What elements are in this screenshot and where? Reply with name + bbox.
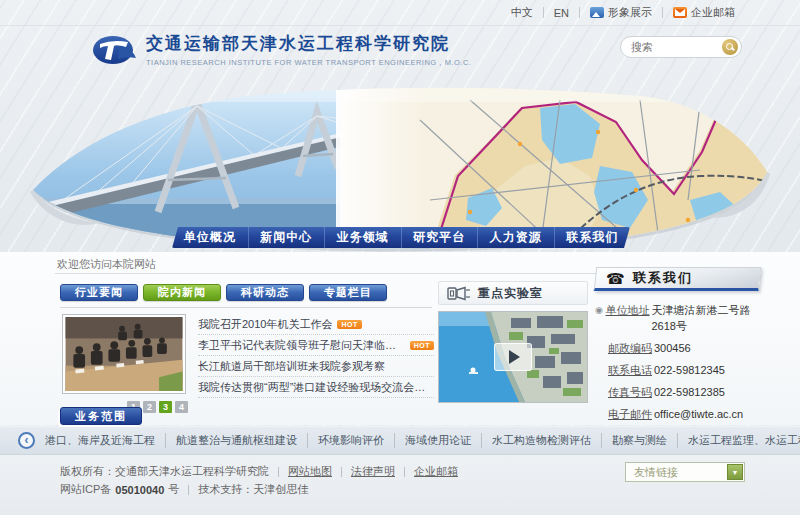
enterprise-mail-label: 企业邮箱 [691, 5, 735, 20]
contact-label: 联系电话 [608, 363, 652, 379]
tab-research-news[interactable]: 科研动态 [226, 284, 304, 301]
business-item[interactable]: 水运工程监理、水运工程环境保护监理 [677, 433, 800, 448]
page-4-button[interactable]: 4 [175, 401, 188, 413]
page-footer: 版权所有：交通部天津水运工程科学研究院 网站地图 法律声明 企业邮箱 网站ICP… [0, 455, 800, 515]
key-lab-title: 重点实验室 [478, 285, 543, 302]
icp-number: 05010040 [115, 484, 164, 496]
business-item[interactable]: 海域使用论证 [394, 433, 481, 448]
divider [341, 467, 342, 477]
tab-industry-news[interactable]: 行业要闻 [60, 284, 138, 301]
utility-bar: 中文 EN 形象展示 企业邮箱 [0, 0, 800, 26]
contact-row-phone: 联系电话022-59812345 [595, 363, 760, 379]
search-icon[interactable] [722, 39, 738, 55]
contact-label: 电子邮件 [608, 407, 652, 423]
contact-panel: ☎ 联系我们 ◉ 单位地址天津塘沽新港二号路2618号 邮政编码300456 联… [595, 267, 760, 429]
photo-icon [590, 7, 604, 18]
footer-line-2: 网站ICP备 05010040 号 技术支持：天津创思佳 [60, 482, 308, 497]
image-show-label: 形象展示 [608, 5, 652, 20]
business-item[interactable]: 航道整治与通航枢纽建设 [165, 433, 307, 448]
icp-prefix: 网站ICP备 [60, 482, 111, 497]
mailbox-link[interactable]: 企业邮箱 [414, 464, 458, 479]
lang-en-link[interactable]: EN [544, 7, 579, 19]
play-button[interactable] [494, 343, 532, 371]
key-lab-section: 重点实验室 [438, 281, 588, 403]
footer-line-1: 版权所有：交通部天津水运工程科学研究院 网站地图 法律声明 企业邮箱 [60, 464, 458, 479]
business-item[interactable]: 勘察与测绘 [601, 433, 677, 448]
news-item: 长江航道局干部培训班来我院参观考察 [198, 356, 434, 377]
nav-item-business[interactable]: 业务领域 [324, 227, 401, 248]
nav-item-about[interactable]: 单位概况 [172, 227, 248, 248]
news-carousel: 1 2 3 4 [62, 314, 188, 413]
business-item[interactable]: 环境影响评价 [307, 433, 394, 448]
divider [278, 467, 279, 477]
legal-link[interactable]: 法律声明 [351, 464, 395, 479]
scroll-left-icon[interactable]: ‹ [18, 432, 35, 449]
site-header: 交通运输部天津水运工程科学研究院 TIANJIN RESEARCH INSTIT… [0, 26, 800, 80]
video-camera-icon [447, 286, 471, 301]
sitemap-link[interactable]: 网站地图 [288, 464, 332, 479]
business-items: 港口、海岸及近海工程 航道整治与通航枢纽建设 环境影响评价 海域使用论证 水工构… [35, 433, 800, 448]
tab-label: 院内新闻 [158, 285, 206, 300]
friend-links-select[interactable]: 友情链接 ▼ [625, 462, 745, 482]
news-item: 李卫平书记代表院领导班子慰问天津临港工业区工地员工 HOT [198, 335, 434, 356]
business-item[interactable]: 港口、海岸及近海工程 [35, 433, 165, 448]
spacer [595, 363, 608, 379]
tab-institute-news[interactable]: 院内新闻 [143, 284, 221, 301]
contact-label: 传真号码 [608, 385, 652, 401]
contact-label: 单位地址 [605, 303, 649, 335]
nav-label: 联系我们 [566, 229, 618, 246]
hot-badge: HOT [410, 341, 434, 350]
search-box [620, 36, 742, 58]
contact-value: 022-59812385 [654, 385, 725, 401]
divider [188, 485, 189, 495]
news-link[interactable]: 我院传达贯彻“两型”港口建设经验现场交流会议精神 [198, 380, 434, 395]
mail-icon [673, 7, 687, 18]
chevron-down-icon[interactable]: ▼ [727, 464, 743, 480]
contact-value: 022-59812345 [654, 363, 725, 379]
nav-item-research[interactable]: 研究平台 [401, 227, 478, 248]
spacer [595, 385, 608, 401]
news-tabs: 行业要闻 院内新闻 科研动态 专题栏目 [60, 284, 387, 301]
hot-badge: HOT [337, 320, 361, 329]
friend-links-label: 友情链接 [626, 465, 727, 480]
radio-bullet-icon: ◉ [595, 303, 605, 335]
business-item[interactable]: 水工构造物检测评估 [481, 433, 601, 448]
contact-row-email: 电子邮件office@tiwte.ac.cn [595, 407, 760, 423]
page-number: 2 [147, 402, 152, 412]
lang-zh-link[interactable]: 中文 [501, 5, 543, 20]
nav-label: 业务领域 [337, 229, 389, 246]
business-scope-button[interactable]: 业务范围 [60, 407, 142, 425]
tab-label: 科研动态 [241, 285, 289, 300]
tech-support-text: 技术支持：天津创思佳 [198, 482, 308, 497]
page-2-button[interactable]: 2 [143, 401, 156, 413]
news-item: 我院传达贯彻“两型”港口建设经验现场交流会议精神 [198, 377, 434, 398]
news-item: 我院召开2010年机关工作会 HOT [198, 314, 434, 335]
tab-special-topics[interactable]: 专题栏目 [309, 284, 387, 301]
news-link[interactable]: 李卫平书记代表院领导班子慰问天津临港工业区工地员工 [198, 338, 405, 353]
divider [404, 467, 405, 477]
contact-value[interactable]: office@tiwte.ac.cn [654, 407, 743, 423]
meeting-photo[interactable] [62, 314, 186, 394]
banner-collage [0, 80, 800, 252]
page-3-button[interactable]: 3 [159, 401, 172, 413]
tab-label: 行业要闻 [75, 285, 123, 300]
nav-label: 单位概况 [184, 229, 236, 246]
enterprise-mail-link[interactable]: 企业邮箱 [663, 5, 745, 20]
nav-item-contact[interactable]: 联系我们 [554, 227, 631, 248]
search-input[interactable] [631, 41, 722, 53]
contact-row-zip: 邮政编码300456 [595, 341, 760, 357]
contact-value: 300456 [654, 341, 691, 357]
nav-label: 研究平台 [413, 229, 465, 246]
nav-item-hr[interactable]: 人力资源 [477, 227, 554, 248]
nav-label: 人力资源 [490, 229, 542, 246]
icp-suffix: 号 [168, 482, 179, 497]
phone-icon: ☎ [606, 271, 625, 286]
news-link[interactable]: 我院召开2010年机关工作会 [198, 317, 332, 332]
image-show-link[interactable]: 形象展示 [580, 5, 662, 20]
contact-row-fax: 传真号码022-59812385 [595, 385, 760, 401]
nav-item-news[interactable]: 新闻中心 [248, 227, 325, 248]
institute-logo [92, 32, 138, 68]
spacer [595, 407, 608, 423]
news-link[interactable]: 长江航道局干部培训班来我院参观考察 [198, 359, 385, 374]
spacer [595, 341, 608, 357]
